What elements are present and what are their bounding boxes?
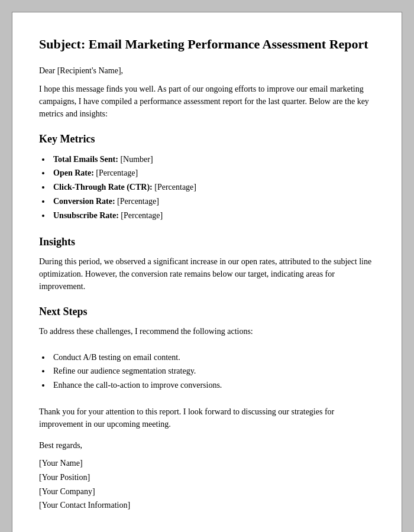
next-steps-heading: Next Steps	[39, 306, 375, 318]
list-item: Click-Through Rate (CTR): [Percentage]	[51, 180, 375, 194]
salutation: Dear [Recipient's Name],	[39, 66, 375, 76]
key-metrics-heading: Key Metrics	[39, 133, 375, 145]
signature-position: [Your Position]	[39, 471, 375, 485]
list-item: Unsubscribe Rate: [Percentage]	[51, 209, 375, 223]
next-steps-intro: To address these challenges, I recommend…	[39, 325, 375, 338]
metric-value: [Percentage]	[115, 197, 159, 206]
next-steps-list: Conduct A/B testing on email content. Re…	[51, 351, 375, 392]
metric-value: [Percentage]	[153, 183, 196, 192]
metric-label: Open Rate:	[53, 168, 94, 177]
list-item: Refine our audience segmentation strateg…	[51, 364, 375, 378]
document-container: Subject: Email Marketing Performance Ass…	[12, 12, 402, 532]
document-subject-title: Subject: Email Marketing Performance Ass…	[39, 36, 375, 53]
metric-label: Conversion Rate:	[53, 197, 115, 206]
list-item: Enhance the call-to-action to improve co…	[51, 378, 375, 392]
metric-label: Unsubscribe Rate:	[53, 211, 119, 220]
metric-value: [Percentage]	[119, 211, 163, 220]
signature-company: [Your Company]	[39, 485, 375, 499]
list-item: Open Rate: [Percentage]	[51, 166, 375, 180]
metric-value: [Percentage]	[94, 168, 138, 177]
best-regards: Best regards,	[39, 441, 375, 450]
list-item: Conversion Rate: [Percentage]	[51, 194, 375, 209]
intro-paragraph: I hope this message finds you well. As p…	[39, 83, 375, 120]
signature-contact: [Your Contact Information]	[39, 498, 375, 512]
metric-label: Click-Through Rate (CTR):	[53, 183, 153, 192]
insights-paragraph: During this period, we observed a signif…	[39, 255, 375, 293]
signature-block: [Your Name] [Your Position] [Your Compan…	[39, 456, 375, 512]
insights-heading: Insights	[39, 236, 375, 248]
metric-label: Total Emails Sent:	[53, 155, 118, 164]
closing-paragraph: Thank you for your attention to this rep…	[39, 406, 375, 430]
key-metrics-list: Total Emails Sent: [Number] Open Rate: […	[51, 153, 375, 223]
list-item: Total Emails Sent: [Number]	[51, 153, 375, 167]
signature-name: [Your Name]	[39, 456, 375, 471]
metric-value: [Number]	[118, 155, 153, 164]
list-item: Conduct A/B testing on email content.	[51, 351, 375, 365]
